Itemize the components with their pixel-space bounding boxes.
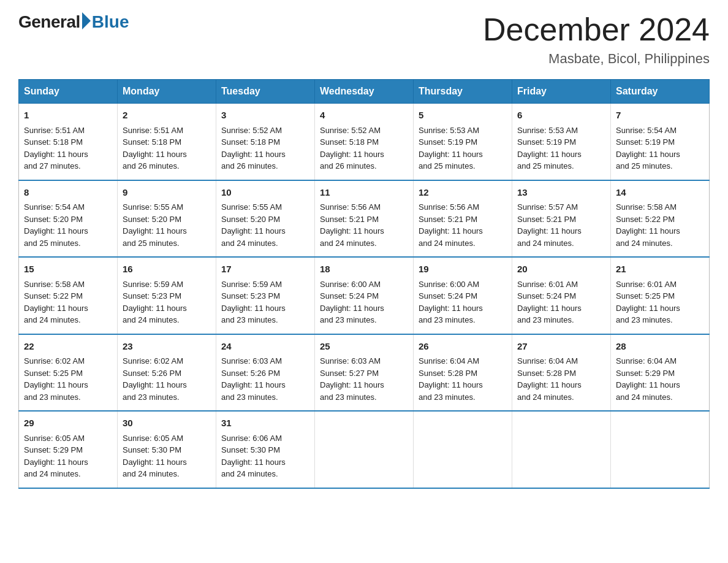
- day-number: 5: [419, 109, 507, 123]
- day-number: 2: [123, 109, 211, 123]
- page-header: General Blue December 2024 Masbate, Bico…: [18, 12, 710, 67]
- day-number: 9: [123, 186, 211, 200]
- day-number: 15: [24, 262, 112, 277]
- day-number: 11: [320, 186, 408, 200]
- calendar-cell: 8Sunrise: 5:54 AMSunset: 5:20 PMDaylight…: [19, 180, 118, 258]
- calendar-cell: 9Sunrise: 5:55 AMSunset: 5:20 PMDaylight…: [118, 180, 216, 258]
- weekday-header-sunday: Sunday: [19, 80, 118, 104]
- day-number: 28: [616, 340, 704, 354]
- day-number: 29: [24, 416, 112, 431]
- day-number: 22: [24, 340, 112, 354]
- logo-blue-text: Blue: [92, 12, 129, 32]
- day-number: 10: [221, 186, 309, 200]
- calendar-cell: 12Sunrise: 5:56 AMSunset: 5:21 PMDayligh…: [414, 180, 512, 258]
- day-number: 12: [419, 186, 507, 200]
- calendar-cell: 17Sunrise: 5:59 AMSunset: 5:23 PMDayligh…: [216, 257, 315, 334]
- calendar-cell: 16Sunrise: 5:59 AMSunset: 5:23 PMDayligh…: [118, 257, 216, 334]
- calendar-cell: 4Sunrise: 5:52 AMSunset: 5:18 PMDaylight…: [315, 104, 414, 180]
- logo-triangle-icon: [82, 12, 91, 29]
- day-number: 19: [419, 262, 507, 277]
- calendar-cell: [414, 411, 512, 488]
- calendar-cell: 15Sunrise: 5:58 AMSunset: 5:22 PMDayligh…: [19, 257, 118, 334]
- calendar-cell: 14Sunrise: 5:58 AMSunset: 5:22 PMDayligh…: [611, 180, 710, 258]
- day-number: 16: [123, 262, 211, 277]
- calendar-cell: 10Sunrise: 5:55 AMSunset: 5:20 PMDayligh…: [216, 180, 315, 258]
- day-number: 26: [419, 340, 507, 354]
- weekday-header-tuesday: Tuesday: [216, 80, 315, 104]
- calendar-cell: 23Sunrise: 6:02 AMSunset: 5:26 PMDayligh…: [118, 334, 216, 412]
- calendar-cell: [611, 411, 710, 488]
- calendar-cell: 29Sunrise: 6:05 AMSunset: 5:29 PMDayligh…: [19, 411, 118, 488]
- logo-general-text: General: [18, 12, 80, 32]
- day-number: 4: [320, 109, 408, 123]
- calendar-week-row: 8Sunrise: 5:54 AMSunset: 5:20 PMDaylight…: [19, 180, 710, 258]
- weekday-header-monday: Monday: [118, 80, 216, 104]
- calendar-cell: 22Sunrise: 6:02 AMSunset: 5:25 PMDayligh…: [19, 334, 118, 412]
- calendar-cell: 30Sunrise: 6:05 AMSunset: 5:30 PMDayligh…: [118, 411, 216, 488]
- logo: General Blue: [18, 12, 129, 32]
- weekday-header-friday: Friday: [512, 80, 611, 104]
- calendar-cell: 1Sunrise: 5:51 AMSunset: 5:18 PMDaylight…: [19, 104, 118, 180]
- calendar-cell: 11Sunrise: 5:56 AMSunset: 5:21 PMDayligh…: [315, 180, 414, 258]
- weekday-header-wednesday: Wednesday: [315, 80, 414, 104]
- calendar-cell: 27Sunrise: 6:04 AMSunset: 5:28 PMDayligh…: [512, 334, 611, 412]
- calendar-cell: 24Sunrise: 6:03 AMSunset: 5:26 PMDayligh…: [216, 334, 315, 412]
- calendar-cell: [512, 411, 611, 488]
- calendar-cell: 31Sunrise: 6:06 AMSunset: 5:30 PMDayligh…: [216, 411, 315, 488]
- weekday-header-saturday: Saturday: [611, 80, 710, 104]
- calendar-week-row: 15Sunrise: 5:58 AMSunset: 5:22 PMDayligh…: [19, 257, 710, 334]
- calendar-header-row: SundayMondayTuesdayWednesdayThursdayFrid…: [19, 80, 710, 104]
- calendar-cell: [315, 411, 414, 488]
- day-number: 20: [517, 262, 605, 277]
- weekday-header-thursday: Thursday: [414, 80, 512, 104]
- day-number: 6: [517, 109, 605, 123]
- title-block: December 2024 Masbate, Bicol, Philippine…: [483, 12, 710, 67]
- calendar-cell: 6Sunrise: 5:53 AMSunset: 5:19 PMDaylight…: [512, 104, 611, 180]
- calendar-cell: 13Sunrise: 5:57 AMSunset: 5:21 PMDayligh…: [512, 180, 611, 258]
- calendar-week-row: 1Sunrise: 5:51 AMSunset: 5:18 PMDaylight…: [19, 104, 710, 180]
- day-number: 1: [24, 109, 112, 123]
- day-number: 25: [320, 340, 408, 354]
- day-number: 31: [221, 416, 309, 431]
- day-number: 23: [123, 340, 211, 354]
- calendar-cell: 18Sunrise: 6:00 AMSunset: 5:24 PMDayligh…: [315, 257, 414, 334]
- day-number: 17: [221, 262, 309, 277]
- day-number: 14: [616, 186, 704, 200]
- calendar-week-row: 22Sunrise: 6:02 AMSunset: 5:25 PMDayligh…: [19, 334, 710, 412]
- location-subtitle: Masbate, Bicol, Philippines: [483, 51, 710, 67]
- calendar-cell: 20Sunrise: 6:01 AMSunset: 5:24 PMDayligh…: [512, 257, 611, 334]
- day-number: 13: [517, 186, 605, 200]
- day-number: 21: [616, 262, 704, 277]
- day-number: 27: [517, 340, 605, 354]
- calendar-cell: 7Sunrise: 5:54 AMSunset: 5:19 PMDaylight…: [611, 104, 710, 180]
- calendar-table: SundayMondayTuesdayWednesdayThursdayFrid…: [18, 79, 710, 489]
- calendar-cell: 19Sunrise: 6:00 AMSunset: 5:24 PMDayligh…: [414, 257, 512, 334]
- day-number: 8: [24, 186, 112, 200]
- day-number: 30: [123, 416, 211, 431]
- day-number: 3: [221, 109, 309, 123]
- calendar-cell: 5Sunrise: 5:53 AMSunset: 5:19 PMDaylight…: [414, 104, 512, 180]
- calendar-cell: 28Sunrise: 6:04 AMSunset: 5:29 PMDayligh…: [611, 334, 710, 412]
- month-year-title: December 2024: [483, 12, 710, 47]
- calendar-cell: 21Sunrise: 6:01 AMSunset: 5:25 PMDayligh…: [611, 257, 710, 334]
- calendar-week-row: 29Sunrise: 6:05 AMSunset: 5:29 PMDayligh…: [19, 411, 710, 488]
- day-number: 7: [616, 109, 704, 123]
- calendar-cell: 26Sunrise: 6:04 AMSunset: 5:28 PMDayligh…: [414, 334, 512, 412]
- day-number: 18: [320, 262, 408, 277]
- day-number: 24: [221, 340, 309, 354]
- calendar-cell: 3Sunrise: 5:52 AMSunset: 5:18 PMDaylight…: [216, 104, 315, 180]
- calendar-cell: 25Sunrise: 6:03 AMSunset: 5:27 PMDayligh…: [315, 334, 414, 412]
- calendar-cell: 2Sunrise: 5:51 AMSunset: 5:18 PMDaylight…: [118, 104, 216, 180]
